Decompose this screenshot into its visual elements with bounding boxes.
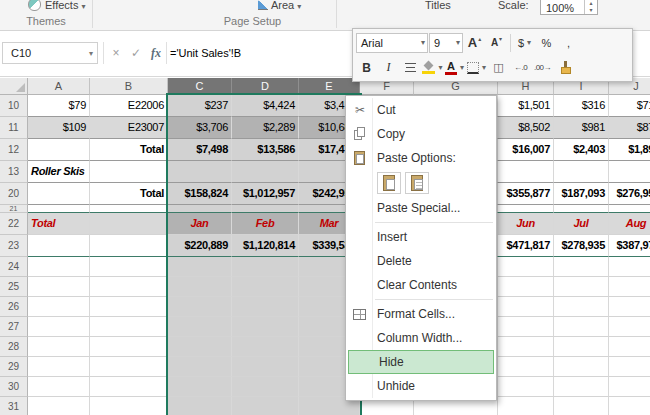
cell-D12[interactable]: $13,586 (232, 139, 299, 161)
cell-D26[interactable] (232, 297, 299, 317)
menu-item-column-width[interactable]: Column Width... (347, 326, 495, 350)
menu-item-hide[interactable]: Hide (348, 350, 494, 374)
column-header-A[interactable]: A (28, 78, 90, 95)
cell-A31[interactable] (28, 397, 90, 415)
cell-C25[interactable] (168, 277, 232, 297)
row-header-12[interactable]: 12 (0, 139, 28, 161)
cell-C29[interactable] (168, 357, 232, 377)
row-header-31[interactable]: 31 (0, 397, 28, 415)
borders-button[interactable]: ▾ (466, 58, 487, 78)
menu-item-cut[interactable]: ✂Cut (347, 98, 495, 122)
effects-dropdown[interactable]: Effects▾ (28, 0, 85, 13)
cell-J22[interactable]: Aug (609, 213, 650, 235)
cell-C27[interactable] (168, 317, 232, 337)
select-all-corner[interactable] (0, 78, 28, 95)
bold-button[interactable]: B (356, 58, 377, 78)
cell-I24[interactable] (554, 257, 609, 277)
cell-I20[interactable]: $187,093 (554, 183, 609, 205)
cell-D27[interactable] (232, 317, 299, 337)
cell-J28[interactable] (609, 337, 650, 357)
cell-A26[interactable] (28, 297, 90, 317)
cell-D30[interactable] (232, 377, 299, 397)
cell-J21[interactable] (609, 205, 650, 213)
cell-H11[interactable]: $8,502 (498, 117, 554, 139)
formula-input[interactable]: ='Unit Sales'!B (170, 42, 241, 64)
cell-A13[interactable]: Roller Skis (28, 161, 90, 183)
cell-A24[interactable] (28, 257, 90, 277)
cell-D22[interactable]: Feb (232, 213, 299, 235)
cell-A10[interactable]: $79 (28, 95, 90, 117)
row-header-23[interactable]: 23 (0, 235, 28, 257)
format-painter-button[interactable] (554, 58, 575, 78)
cell-I26[interactable] (554, 297, 609, 317)
menu-item-clear-contents[interactable]: Clear Contents (347, 273, 495, 297)
column-header-E[interactable]: E (299, 78, 360, 95)
cell-B13[interactable] (90, 161, 168, 183)
cell-D20[interactable]: $1,012,957 (232, 183, 299, 205)
cell-H20[interactable]: $355,877 (498, 183, 554, 205)
cell-I11[interactable]: $981 (554, 117, 609, 139)
cell-B27[interactable] (90, 317, 168, 337)
cell-B11[interactable]: E23007 (90, 117, 168, 139)
cell-J24[interactable] (609, 257, 650, 277)
percent-format-button[interactable]: % (536, 33, 557, 53)
cell-A22[interactable]: Total (28, 213, 90, 235)
cell-J30[interactable] (609, 377, 650, 397)
cell-H24[interactable] (498, 257, 554, 277)
cell-H29[interactable] (498, 357, 554, 377)
shrink-font-button[interactable]: A▾ (486, 33, 507, 53)
cell-H31[interactable] (498, 397, 554, 415)
cell-J23[interactable]: $387,970 (609, 235, 650, 257)
row-header-11[interactable]: 11 (0, 117, 28, 139)
cell-C31[interactable] (168, 397, 232, 415)
paste-values-button[interactable] (405, 172, 429, 194)
cell-D29[interactable] (232, 357, 299, 377)
cell-B30[interactable] (90, 377, 168, 397)
comma-format-button[interactable]: , (558, 33, 579, 53)
cell-I10[interactable]: $316 (554, 95, 609, 117)
row-header-26[interactable]: 26 (0, 297, 28, 317)
cell-J27[interactable] (609, 317, 650, 337)
column-header-B[interactable]: B (90, 78, 168, 95)
cell-C26[interactable] (168, 297, 232, 317)
cell-D24[interactable] (232, 257, 299, 277)
column-header-C[interactable]: C (168, 78, 232, 95)
cell-H26[interactable] (498, 297, 554, 317)
cell-B29[interactable] (90, 357, 168, 377)
cell-I29[interactable] (554, 357, 609, 377)
enter-button[interactable]: ✓ (126, 42, 146, 64)
row-header-27[interactable]: 27 (0, 317, 28, 337)
cell-J26[interactable] (609, 297, 650, 317)
cell-I31[interactable] (554, 397, 609, 415)
cell-C22[interactable]: Jan (168, 213, 232, 235)
cell-I28[interactable] (554, 337, 609, 357)
cell-C20[interactable]: $158,824 (168, 183, 232, 205)
row-header-20[interactable]: 20 (0, 183, 28, 205)
paste-button[interactable] (377, 172, 401, 194)
row-header-21[interactable]: 21 (0, 205, 28, 213)
cell-A28[interactable] (28, 337, 90, 357)
name-box[interactable]: C10 ▾ (2, 42, 98, 64)
cell-D10[interactable]: $4,424 (232, 95, 299, 117)
cell-I21[interactable] (554, 205, 609, 213)
cell-B25[interactable] (90, 277, 168, 297)
row-header-25[interactable]: 25 (0, 277, 28, 297)
cell-C28[interactable] (168, 337, 232, 357)
cell-B28[interactable] (90, 337, 168, 357)
cell-H23[interactable]: $471,817 (498, 235, 554, 257)
menu-item-delete[interactable]: Delete (347, 249, 495, 273)
cell-B10[interactable]: E22006 (90, 95, 168, 117)
cell-A21[interactable] (28, 205, 90, 213)
cell-A11[interactable]: $109 (28, 117, 90, 139)
row-header-13[interactable]: 13 (0, 161, 28, 183)
cell-C12[interactable]: $7,498 (168, 139, 232, 161)
cell-B21[interactable] (90, 205, 168, 213)
cell-H27[interactable] (498, 317, 554, 337)
cell-J25[interactable] (609, 277, 650, 297)
row-header-24[interactable]: 24 (0, 257, 28, 277)
cell-C21[interactable] (168, 205, 232, 213)
cell-H28[interactable] (498, 337, 554, 357)
menu-item-paste-special[interactable]: Paste Special... (347, 196, 495, 220)
cell-J20[interactable]: $276,950 (609, 183, 650, 205)
row-header-30[interactable]: 30 (0, 377, 28, 397)
